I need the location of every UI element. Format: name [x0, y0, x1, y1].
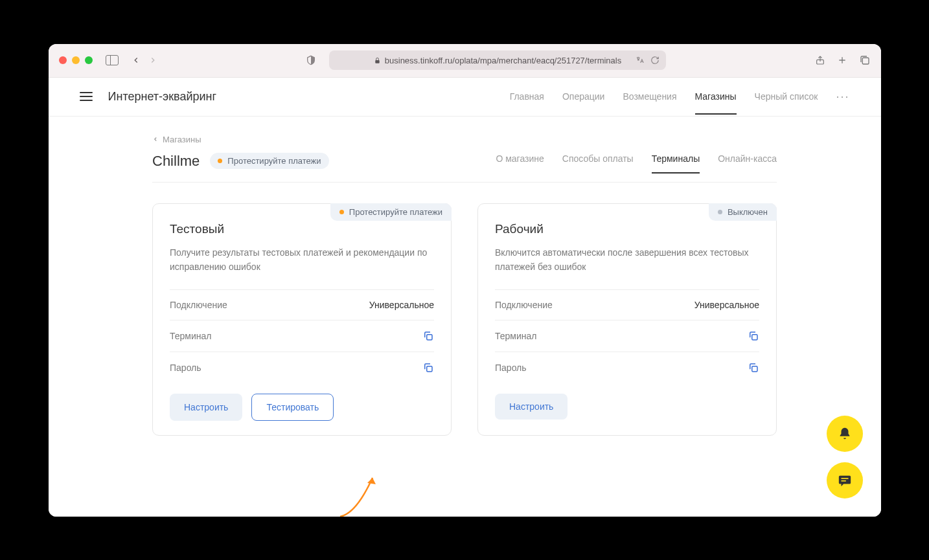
field-terminal-label: Терминал — [495, 331, 536, 341]
svg-rect-7 — [752, 334, 757, 339]
status-dot-icon — [718, 210, 722, 214]
notifications-fab[interactable] — [827, 416, 863, 452]
topnav: Интернет-эквайринг Главная Операции Возм… — [49, 78, 881, 117]
nav-refunds[interactable]: Возмещения — [623, 78, 676, 115]
field-connection-label: Подключение — [495, 300, 553, 310]
fab-column — [827, 416, 863, 498]
shop-header: Chillme Протестируйте платежи О магазине… — [152, 150, 777, 183]
menu-icon[interactable] — [80, 92, 93, 101]
svg-rect-8 — [752, 366, 757, 371]
shop-status-label: Протестируйте платежи — [227, 156, 321, 166]
tab-terminals[interactable]: Терминалы — [652, 150, 700, 173]
field-password-label: Пароль — [495, 363, 527, 373]
breadcrumb[interactable]: Магазины — [152, 135, 777, 144]
svg-rect-11 — [841, 480, 845, 482]
lock-icon — [374, 57, 381, 64]
tab-online-kassa[interactable]: Онлайн-касса — [718, 150, 777, 173]
copy-icon[interactable] — [422, 330, 434, 342]
new-tab-icon[interactable] — [837, 54, 847, 66]
url-bar[interactable]: business.tinkoff.ru/oplata/mpa/merchant/… — [329, 50, 666, 70]
test-button[interactable]: Тестировать — [251, 394, 334, 421]
field-password: Пароль — [495, 352, 759, 383]
status-dot-icon — [218, 159, 222, 163]
svg-marker-9 — [367, 478, 376, 484]
reload-icon[interactable] — [650, 56, 659, 65]
card-test-badge-label: Протестируйте платежи — [349, 207, 442, 217]
svg-rect-6 — [427, 366, 432, 371]
status-dot-icon — [339, 210, 344, 214]
field-password: Пароль — [170, 352, 434, 383]
field-connection: Подключение Универсальное — [495, 289, 759, 320]
nav-more-icon[interactable]: ··· — [836, 90, 849, 104]
card-prod-desc: Включится автоматически после завершения… — [495, 245, 759, 276]
privacy-shield-icon[interactable] — [306, 54, 316, 66]
shop-name: Chillme — [152, 153, 200, 170]
window-close[interactable] — [59, 56, 67, 64]
configure-button[interactable]: Настроить — [170, 394, 242, 421]
translate-icon[interactable] — [635, 56, 645, 65]
field-terminal: Терминал — [495, 320, 759, 352]
traffic-lights — [59, 56, 93, 64]
svg-rect-4 — [862, 58, 869, 64]
nav-operations[interactable]: Операции — [562, 78, 605, 115]
nav-main[interactable]: Главная — [510, 78, 544, 115]
page: Интернет-эквайринг Главная Операции Возм… — [49, 78, 881, 517]
nav-forward-icon[interactable] — [148, 56, 157, 65]
window-minimize[interactable] — [72, 56, 80, 64]
field-connection-label: Подключение — [170, 300, 227, 310]
field-connection-value: Универсальное — [694, 300, 759, 310]
subtabs: О магазине Способы оплаты Терминалы Онла… — [496, 150, 777, 173]
svg-rect-0 — [375, 60, 379, 63]
card-prod-badge: Выключен — [709, 203, 777, 221]
nav-blacklist[interactable]: Черный список — [755, 78, 818, 115]
svg-rect-10 — [841, 478, 848, 479]
field-terminal: Терминал — [170, 320, 434, 352]
chat-fab[interactable] — [827, 462, 863, 498]
configure-button[interactable]: Настроить — [495, 394, 568, 420]
nav-arrows — [132, 56, 157, 65]
nav-shops[interactable]: Магазины — [695, 78, 737, 115]
share-icon[interactable] — [815, 54, 825, 66]
cards: Протестируйте платежи Тестовый Получите … — [152, 203, 777, 436]
sidebar-toggle-icon[interactable] — [106, 55, 119, 65]
field-terminal-label: Терминал — [170, 331, 211, 341]
browser-window: business.tinkoff.ru/oplata/mpa/merchant/… — [49, 44, 881, 517]
card-test-actions: Настроить Тестировать — [170, 394, 434, 421]
card-test-title: Тестовый — [170, 222, 434, 236]
card-prod-actions: Настроить — [495, 394, 759, 420]
field-connection: Подключение Универсальное — [170, 289, 434, 320]
copy-icon[interactable] — [422, 362, 434, 374]
tabs-icon[interactable] — [859, 54, 871, 66]
topnav-items: Главная Операции Возмещения Магазины Чер… — [510, 78, 850, 115]
field-password-label: Пароль — [170, 363, 201, 373]
card-prod-badge-label: Выключен — [728, 207, 768, 217]
app-title: Интернет-эквайринг — [108, 90, 217, 104]
chevron-left-icon — [152, 136, 159, 142]
svg-rect-5 — [427, 334, 432, 339]
card-test-desc: Получите результаты тестовых платежей и … — [170, 245, 434, 276]
arrow-annotation-icon — [334, 465, 392, 517]
card-prod-terminal: Выключен Рабочий Включится автоматически… — [477, 203, 777, 436]
url-text: business.tinkoff.ru/oplata/mpa/merchant/… — [385, 56, 621, 65]
card-prod-title: Рабочий — [495, 222, 759, 236]
copy-icon[interactable] — [748, 330, 759, 342]
card-test-terminal: Протестируйте платежи Тестовый Получите … — [152, 203, 452, 436]
card-test-badge: Протестируйте платежи — [330, 203, 452, 221]
shop-status-badge: Протестируйте платежи — [210, 153, 328, 169]
browser-chrome: business.tinkoff.ru/oplata/mpa/merchant/… — [49, 44, 881, 78]
field-connection-value: Универсальное — [369, 300, 434, 310]
breadcrumb-label: Магазины — [163, 135, 201, 144]
content: Магазины Chillme Протестируйте платежи О… — [121, 117, 808, 454]
tab-payment-methods[interactable]: Способы оплаты — [562, 150, 634, 173]
window-maximize[interactable] — [85, 56, 93, 64]
tab-about[interactable]: О магазине — [496, 150, 544, 173]
copy-icon[interactable] — [748, 362, 759, 374]
nav-back-icon[interactable] — [132, 56, 141, 65]
